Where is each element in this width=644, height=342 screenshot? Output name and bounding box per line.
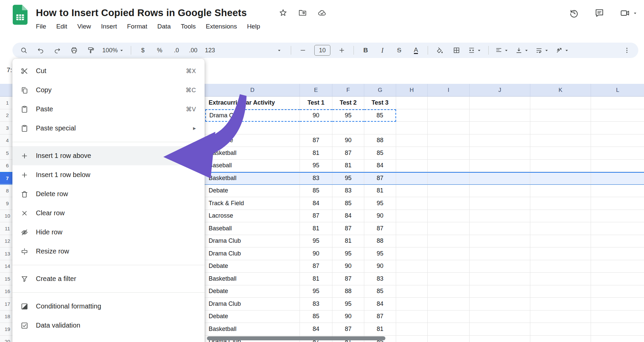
cell[interactable]: Basketball — [205, 323, 300, 336]
cell[interactable]: Extracurricular Activity — [205, 97, 300, 109]
cell[interactable]: Basketball — [205, 273, 300, 285]
cell-empty[interactable] — [591, 197, 644, 210]
paint-format-button[interactable] — [84, 45, 98, 56]
cell[interactable]: 90 — [332, 260, 364, 273]
cell[interactable]: 81 — [300, 222, 332, 235]
cell-empty[interactable] — [591, 298, 644, 310]
cell-empty[interactable] — [470, 273, 530, 285]
sheets-logo-icon[interactable] — [12, 4, 28, 25]
cell-empty[interactable] — [530, 336, 591, 342]
cell[interactable]: Test 1 — [300, 97, 332, 109]
cell[interactable] — [364, 122, 396, 134]
cell-empty[interactable] — [530, 197, 591, 210]
cell-empty[interactable] — [591, 97, 644, 109]
context-menu-item-cut[interactable]: Cut⌘X — [12, 61, 205, 80]
cell[interactable]: Debate — [205, 310, 300, 323]
vertical-align-button[interactable] — [513, 45, 531, 56]
print-button[interactable] — [67, 45, 82, 56]
cell-empty[interactable] — [428, 122, 470, 134]
context-menu-item-delete-row[interactable]: Delete row — [12, 184, 205, 204]
column-header-f[interactable]: F — [332, 84, 364, 97]
cell-empty[interactable] — [591, 285, 644, 298]
cell-empty[interactable] — [591, 310, 644, 323]
cell[interactable]: 84 — [364, 160, 396, 172]
increase-decimal-places-button[interactable]: .00 — [186, 45, 201, 56]
cell-empty[interactable] — [396, 122, 428, 134]
cell[interactable]: 84 — [300, 197, 332, 210]
cell[interactable]: 95 — [332, 247, 364, 260]
cell-empty[interactable] — [396, 310, 428, 323]
column-header-h[interactable]: H — [396, 84, 428, 97]
cell[interactable]: 81 — [300, 147, 332, 160]
horizontal-scrollbar-thumb[interactable] — [207, 336, 385, 340]
cell-empty[interactable] — [428, 298, 470, 310]
cell[interactable]: 87 — [300, 134, 332, 147]
cell[interactable] — [300, 122, 332, 134]
context-menu-item-paste-special[interactable]: Paste special▸ — [12, 119, 205, 138]
cell[interactable]: 87 — [332, 147, 364, 160]
italic-button[interactable]: I — [375, 45, 390, 56]
context-menu-item-hide-row[interactable]: Hide row — [12, 223, 205, 242]
cell-empty[interactable] — [470, 197, 530, 210]
column-header-k[interactable]: K — [530, 84, 591, 97]
cell-empty[interactable] — [530, 310, 591, 323]
cell-empty[interactable] — [470, 185, 530, 197]
cell[interactable]: 85 — [300, 310, 332, 323]
meet-button[interactable] — [620, 8, 638, 18]
cell[interactable]: 90 — [364, 210, 396, 223]
cell[interactable]: Test 2 — [332, 97, 364, 109]
cell[interactable]: 85 — [332, 197, 364, 210]
column-header-g[interactable]: G — [364, 84, 396, 97]
undo-button[interactable] — [33, 45, 48, 56]
cell[interactable]: 84 — [300, 323, 332, 336]
cell-empty[interactable] — [428, 285, 470, 298]
cell-empty[interactable] — [591, 210, 644, 223]
format-as-percent-button[interactable]: % — [152, 45, 167, 56]
column-header-i[interactable]: I — [428, 84, 470, 97]
cell-empty[interactable] — [530, 323, 591, 336]
cell-empty[interactable] — [470, 310, 530, 323]
cell-empty[interactable] — [591, 235, 644, 248]
cell-empty[interactable] — [470, 323, 530, 336]
context-menu-item-copy[interactable]: Copy⌘C — [12, 80, 205, 100]
version-history-icon[interactable] — [569, 8, 579, 18]
cell[interactable]: 85 — [364, 285, 396, 298]
cell-empty[interactable] — [396, 173, 428, 184]
cell-empty[interactable] — [396, 298, 428, 310]
context-menu-item-data-validation[interactable]: Data validation — [12, 316, 205, 335]
cell[interactable]: 83 — [332, 185, 364, 197]
cell-empty[interactable] — [428, 273, 470, 285]
cell[interactable]: 95 — [332, 173, 364, 184]
cell[interactable]: 90 — [300, 247, 332, 260]
cell[interactable]: 81 — [300, 273, 332, 285]
cell-empty[interactable] — [470, 222, 530, 235]
menu-edit[interactable]: Edit — [51, 21, 72, 32]
cell-empty[interactable] — [428, 336, 470, 342]
cell[interactable]: 83 — [300, 173, 332, 184]
cell-empty[interactable] — [591, 222, 644, 235]
cell[interactable] — [205, 122, 300, 134]
cell[interactable]: 87 — [364, 310, 396, 323]
cell-empty[interactable] — [428, 134, 470, 147]
cell-empty[interactable] — [470, 298, 530, 310]
cell-empty[interactable] — [530, 97, 591, 109]
context-menu-item-resize-row[interactable]: Resize row — [12, 242, 205, 261]
cell-empty[interactable] — [428, 260, 470, 273]
cell-empty[interactable] — [591, 323, 644, 336]
cell[interactable]: 87 — [364, 173, 396, 184]
cell[interactable]: 87 — [364, 222, 396, 235]
cell-empty[interactable] — [530, 147, 591, 160]
cell[interactable]: 81 — [332, 235, 364, 248]
cell[interactable]: Drama Club — [205, 109, 300, 122]
cell-empty[interactable] — [470, 210, 530, 223]
merge-cells-button[interactable] — [466, 45, 484, 56]
menu-insert[interactable]: Insert — [96, 21, 122, 32]
cell[interactable]: 87 — [300, 260, 332, 273]
menu-tools[interactable]: Tools — [176, 21, 201, 32]
star-icon[interactable] — [278, 7, 288, 18]
menu-view[interactable]: View — [72, 21, 96, 32]
menu-extensions[interactable]: Extensions — [201, 21, 242, 32]
cell[interactable]: Drama Club — [205, 235, 300, 248]
cell-empty[interactable] — [470, 260, 530, 273]
column-header-e[interactable]: E — [300, 84, 332, 97]
